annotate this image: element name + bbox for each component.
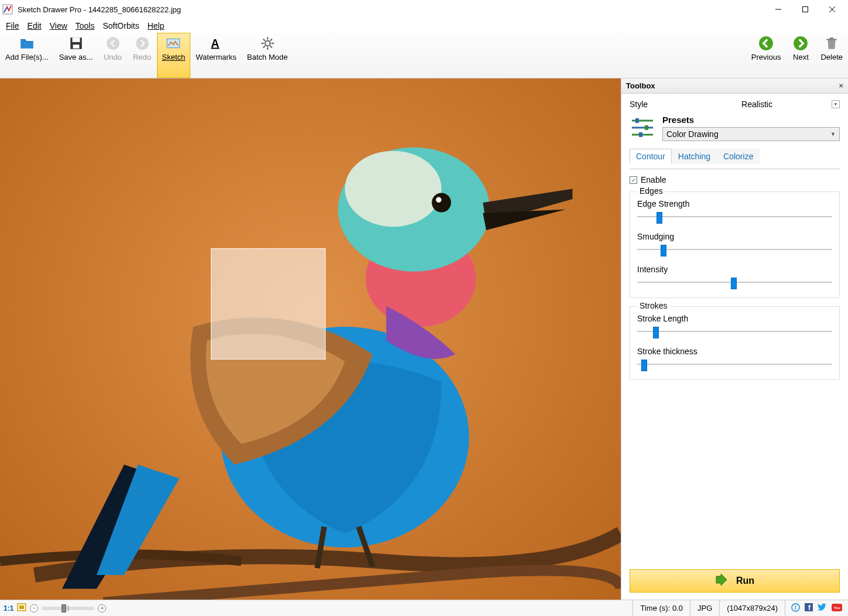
svg-line-20: [270, 39, 272, 40]
sketch-button[interactable]: Sketch: [157, 33, 191, 78]
youtube-icon[interactable]: You: [832, 604, 842, 613]
zoom-slider[interactable]: [42, 607, 94, 610]
twitter-icon[interactable]: [818, 603, 827, 613]
svg-rect-23: [827, 39, 837, 40]
toolbox-title: Toolbox: [626, 81, 655, 90]
tb-label: Undo: [104, 53, 122, 62]
watermark-icon: A: [208, 36, 224, 51]
preview-region[interactable]: [211, 248, 326, 360]
menu-view[interactable]: View: [50, 21, 67, 30]
tb-label: Add File(s)...: [5, 53, 49, 62]
redo-button[interactable]: Redo: [128, 33, 157, 78]
tab-colorize[interactable]: Colorize: [717, 149, 760, 164]
zoom-out-button[interactable]: −: [30, 604, 38, 612]
presets-icon: [630, 115, 655, 137]
intensity-label: Intensity: [637, 265, 832, 274]
stroke-thickness-label: Stroke thickness: [637, 347, 832, 356]
presets-combo[interactable]: Color Drawing ▼: [662, 127, 840, 141]
tab-hatching[interactable]: Hatching: [672, 149, 717, 164]
zoom-in-button[interactable]: +: [98, 604, 106, 612]
style-dropdown-icon[interactable]: ▾: [832, 100, 840, 108]
svg-point-21: [759, 36, 773, 50]
statusbar: 1:1 − + Time (s): 0.0 JPG (1047x879x24) …: [0, 600, 848, 616]
trash-icon: [824, 36, 839, 51]
toolbar: Add File(s)... Save as... Undo Redo Sket…: [0, 33, 848, 78]
strokes-group-label: Strokes: [637, 301, 669, 310]
add-files-button[interactable]: Add File(s)...: [0, 33, 54, 78]
minimize-button[interactable]: [765, 0, 792, 19]
menu-softorbits[interactable]: SoftOrbits: [102, 21, 139, 30]
svg-point-30: [345, 151, 442, 227]
svg-point-8: [107, 37, 119, 50]
undo-icon: [105, 36, 121, 51]
run-label: Run: [736, 576, 754, 586]
main-area: Toolbox ✕ Style Realistic ▾ Presets Colo…: [0, 78, 848, 600]
sketch-icon: [166, 36, 181, 51]
svg-rect-36: [635, 118, 639, 123]
svg-point-32: [436, 197, 441, 203]
maximize-button[interactable]: [792, 0, 819, 19]
watermarks-button[interactable]: A Watermarks: [190, 33, 242, 78]
tb-label: Sketch: [162, 53, 186, 62]
zoom-11-button[interactable]: 1:1: [4, 604, 13, 612]
svg-rect-40: [639, 132, 642, 137]
previous-icon: [758, 36, 774, 51]
svg-rect-42: [19, 605, 24, 609]
svg-rect-10: [167, 39, 180, 47]
save-as-button[interactable]: Save as...: [54, 33, 98, 78]
toolbox-header: Toolbox ✕: [621, 78, 848, 94]
presets-label: Presets: [662, 115, 840, 125]
smudging-slider[interactable]: [637, 245, 832, 254]
folder-icon: [19, 36, 35, 51]
menu-tools[interactable]: Tools: [76, 21, 95, 30]
next-button[interactable]: Next: [786, 33, 815, 78]
chevron-down-icon: ▼: [830, 131, 836, 137]
previous-button[interactable]: Previous: [746, 33, 787, 78]
intensity-slider[interactable]: [637, 278, 832, 287]
svg-rect-2: [803, 7, 808, 12]
strokes-group: Strokes Stroke Length Stroke thickness: [630, 306, 840, 380]
svg-text:i: i: [795, 604, 796, 611]
svg-rect-7: [73, 45, 79, 49]
svg-point-9: [136, 37, 149, 50]
edge-strength-label: Edge Strength: [637, 199, 832, 208]
next-icon: [793, 36, 808, 51]
tb-label: Delete: [820, 53, 843, 62]
redo-icon: [135, 36, 150, 51]
facebook-icon[interactable]: f: [805, 603, 813, 613]
image-canvas[interactable]: [0, 78, 621, 600]
menu-edit[interactable]: Edit: [28, 21, 42, 30]
batch-mode-button[interactable]: Batch Mode: [242, 33, 293, 78]
stroke-length-slider[interactable]: [637, 327, 832, 336]
status-dims: (1047x879x24): [719, 600, 785, 616]
tb-label: Batch Mode: [247, 53, 288, 62]
tb-label: Save as...: [59, 53, 93, 62]
gear-icon: [260, 36, 275, 51]
fit-icon[interactable]: [17, 603, 26, 613]
svg-text:You: You: [834, 606, 840, 610]
menu-help[interactable]: Help: [148, 21, 165, 30]
run-button[interactable]: Run: [630, 569, 840, 593]
toolbox-close-icon[interactable]: ✕: [839, 83, 843, 89]
info-icon[interactable]: i: [791, 603, 800, 614]
svg-line-19: [263, 46, 265, 47]
svg-text:A: A: [211, 37, 219, 50]
tb-label: Previous: [751, 53, 781, 62]
style-value[interactable]: Realistic: [682, 100, 832, 109]
style-label: Style: [630, 100, 682, 109]
tab-contour[interactable]: Contour: [630, 149, 672, 164]
enable-checkbox[interactable]: ✓: [630, 176, 637, 184]
stroke-thickness-slider[interactable]: [637, 360, 832, 369]
menubar: File Edit View Tools SoftOrbits Help: [0, 19, 848, 33]
app-icon: [2, 4, 13, 15]
close-button[interactable]: [819, 0, 846, 19]
undo-button[interactable]: Undo: [98, 33, 128, 78]
enable-label: Enable: [641, 175, 666, 184]
edge-strength-slider[interactable]: [637, 212, 832, 221]
tb-label: Redo: [133, 53, 151, 62]
delete-button[interactable]: Delete: [815, 33, 848, 78]
toolbox-panel: Toolbox ✕ Style Realistic ▾ Presets Colo…: [621, 78, 848, 600]
menu-file[interactable]: File: [6, 21, 19, 30]
svg-rect-24: [830, 37, 834, 39]
presets-value: Color Drawing: [666, 129, 830, 139]
